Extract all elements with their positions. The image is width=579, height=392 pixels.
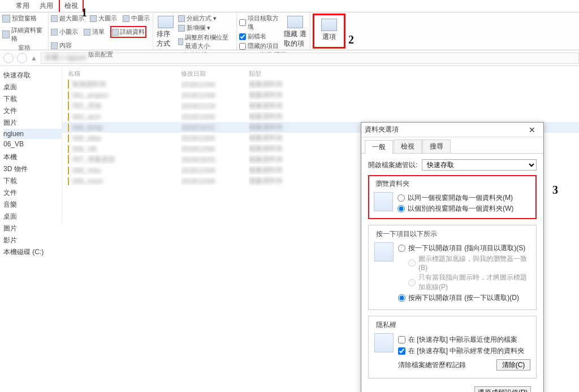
- tab-home[interactable]: 常用: [11, 0, 34, 12]
- nav-item[interactable]: 本機磁碟 (C:): [3, 246, 62, 258]
- col-type[interactable]: 類型: [249, 69, 305, 78]
- chk-frequent-folders[interactable]: 在 [快速存取] 中顯示經常使用的資料夾: [398, 346, 530, 356]
- folder-icon: [68, 177, 69, 185]
- table-row[interactable]: 範例資料夾2019/12/04檔案資料夾: [62, 79, 579, 90]
- hide-selected[interactable]: 隱藏 選取的項: [283, 14, 308, 51]
- ribbon: 預覽窗格 詳細資料窗格 窗格 超大圖示 大圖示 中圖示 小圖示 清單 詳細資料 …: [0, 12, 579, 50]
- annotation-2: 2: [348, 34, 354, 45]
- layout-small[interactable]: 小圖示: [51, 26, 78, 38]
- autosize-cols[interactable]: 調整所有欄位至最適大小: [178, 33, 234, 50]
- dlg-tab-view[interactable]: 檢視: [394, 140, 422, 153]
- click-legend: 按一下項目以下所示: [374, 229, 439, 239]
- nav-item[interactable]: 音樂: [3, 199, 62, 211]
- radio-separate-window[interactable]: 以個別的視窗開啟每一個資料夾(W): [397, 204, 513, 214]
- nav-item[interactable]: 本機: [3, 151, 62, 163]
- layout-medium[interactable]: 中圖示: [123, 14, 150, 23]
- preview-pane-btn[interactable]: 預覽窗格: [2, 14, 46, 23]
- dialog-title: 資料夾選項: [365, 125, 524, 134]
- nav-item[interactable]: 快速存取: [3, 69, 62, 81]
- radio-same-window[interactable]: 以同一個視窗開啟每一個資料夾(M): [397, 193, 513, 203]
- table-row[interactable]: 001_project2019/12/04檔案資料夾: [62, 90, 579, 101]
- group-layout: 超大圖示 大圖示 中圖示 小圖示 清單 詳細資料 內容 版面配置: [49, 12, 153, 50]
- details-pane-btn[interactable]: 詳細資料窗格: [2, 26, 46, 43]
- privacy-legend: 隱私權: [374, 320, 398, 330]
- browse-legend: 瀏覽資料夾: [374, 179, 411, 189]
- nav-item[interactable]: 文件: [3, 187, 62, 199]
- open-with-label: 開啟檔案總管以:: [368, 160, 417, 170]
- folder-icon: [68, 92, 69, 99]
- group-by[interactable]: 分組方式 ▾: [178, 14, 234, 23]
- nav-item[interactable]: 3D 物件: [3, 163, 62, 175]
- table-row[interactable]: 002_其他2019/11/19檔案資料夾: [62, 101, 579, 111]
- chk-hidden[interactable]: 隱藏的項目: [239, 42, 280, 50]
- group-showhide: 項目核取方塊 副檔名 隱藏的項目 隱藏 選取的項 顯示/隱藏: [237, 12, 310, 50]
- up-button[interactable]: ▲: [31, 54, 37, 62]
- nav-pane: 快速存取桌面下載文件圖片ngluen06_VB本機3D 物件下載文件音樂桌面圖片…: [0, 66, 62, 224]
- nav-item[interactable]: 下載: [3, 175, 62, 187]
- group-panes-label: 窗格: [2, 43, 46, 52]
- browse-folders-group: 瀏覽資料夾 以同一個視窗開啟每一個資料夾(M) 以個別的視窗開啟每一個資料夾(W…: [368, 175, 537, 219]
- add-columns[interactable]: 新增欄 ▾: [178, 24, 234, 32]
- close-icon[interactable]: ✕: [524, 125, 540, 134]
- nav-item[interactable]: 桌面: [3, 211, 62, 223]
- tab-share[interactable]: 共用: [35, 0, 58, 12]
- folder-icon: [374, 192, 393, 211]
- privacy-icon: [374, 333, 394, 352]
- folder-icon: [68, 80, 69, 89]
- chk-itemcheckboxes[interactable]: 項目核取方塊: [239, 14, 280, 31]
- dlg-tab-search[interactable]: 搜尋: [422, 140, 451, 153]
- restore-defaults-button[interactable]: 還原成預設值(R): [474, 386, 531, 392]
- folder-icon: [68, 124, 69, 132]
- cursor-icon: [374, 242, 394, 262]
- nav-item[interactable]: 桌面: [3, 81, 62, 93]
- group-options: 選項: [310, 12, 348, 50]
- open-with-select[interactable]: 快速存取: [422, 159, 537, 171]
- group-currentview: 排序方式 分組方式 ▾ 新增欄 ▾ 調整所有欄位至最適大小 目前檢視: [153, 12, 237, 50]
- nav-item[interactable]: 下載: [3, 93, 62, 105]
- folder-icon: [68, 155, 69, 164]
- group-panes: 預覽窗格 詳細資料窗格 窗格: [0, 12, 49, 50]
- click-items-group: 按一下項目以下所示 按一下以開啟項目 (指向項目以選取)(S) 圖示標題加底線，…: [368, 225, 537, 310]
- folder-icon: [68, 101, 69, 110]
- options-button[interactable]: 選項: [316, 16, 343, 44]
- nav-item[interactable]: 06_VB: [3, 139, 62, 149]
- nav-item[interactable]: 影片: [3, 234, 62, 246]
- dlg-tab-general[interactable]: 一般: [365, 140, 393, 154]
- folder-icon: [68, 145, 69, 153]
- options-icon: [321, 19, 337, 31]
- nav-item[interactable]: ngluen: [3, 129, 62, 139]
- clear-history-label: 清除檔案總管歷程記錄: [398, 360, 466, 370]
- nav-item[interactable]: 圖片: [3, 223, 62, 234]
- table-row[interactable]: 003_arch2019/12/04檔案資料夾: [62, 111, 579, 122]
- radio-underline-point: 只有當我指向圖示時，才將圖示標題加底線(P): [398, 273, 530, 292]
- nav-item[interactable]: 文件: [3, 105, 62, 117]
- dialog-tabs: 一般 檢視 搜尋: [361, 137, 543, 154]
- layout-list[interactable]: 清單: [84, 26, 105, 38]
- sort-button[interactable]: 排序方式: [155, 14, 176, 51]
- radio-underline-browser: 圖示標題加底線，與我的瀏覽器一致(B): [398, 254, 530, 272]
- folder-icon: [68, 113, 69, 121]
- group-layout-label: 版面配置: [51, 50, 150, 59]
- layout-details[interactable]: 詳細資料: [110, 26, 146, 38]
- nav-item[interactable]: 圖片: [3, 117, 62, 129]
- back-button[interactable]: [3, 53, 14, 63]
- dialog-body: 開啟檔案總管以: 快速存取 瀏覽資料夾 以同一個視窗開啟每一個資料夾(M) 以個…: [361, 154, 543, 392]
- chk-extensions[interactable]: 副檔名: [239, 32, 280, 41]
- layout-large[interactable]: 大圖示: [90, 14, 117, 23]
- layout-content[interactable]: 內容: [51, 41, 150, 50]
- radio-single-click[interactable]: 按一下以開啟項目 (指向項目以選取)(S): [398, 243, 530, 253]
- annotation-3: 3: [552, 184, 558, 195]
- radio-double-click[interactable]: 按兩下以開啟項目 (按一下以選取)(D): [398, 293, 530, 303]
- folder-icon: [68, 167, 69, 175]
- col-name[interactable]: 名稱: [68, 69, 181, 78]
- folder-options-dialog: 資料夾選項 ✕ 一般 檢視 搜尋 開啟檔案總管以: 快速存取 瀏覽資料夾 以同一…: [361, 122, 544, 392]
- dialog-titlebar: 資料夾選項 ✕: [361, 123, 543, 137]
- chk-recent-files[interactable]: 在 [快速存取] 中顯示最近使用的檔案: [398, 335, 530, 345]
- layout-xl[interactable]: 超大圖示: [51, 14, 84, 23]
- clear-button[interactable]: 清除(C): [496, 359, 530, 371]
- tab-view[interactable]: 檢視: [59, 0, 84, 12]
- fwd-button[interactable]: [17, 53, 27, 63]
- folder-icon: [68, 134, 69, 142]
- col-date[interactable]: 修改日期: [181, 69, 249, 78]
- privacy-group: 隱私權 在 [快速存取] 中顯示最近使用的檔案 在 [快速存取] 中顯示經常使用…: [368, 316, 537, 378]
